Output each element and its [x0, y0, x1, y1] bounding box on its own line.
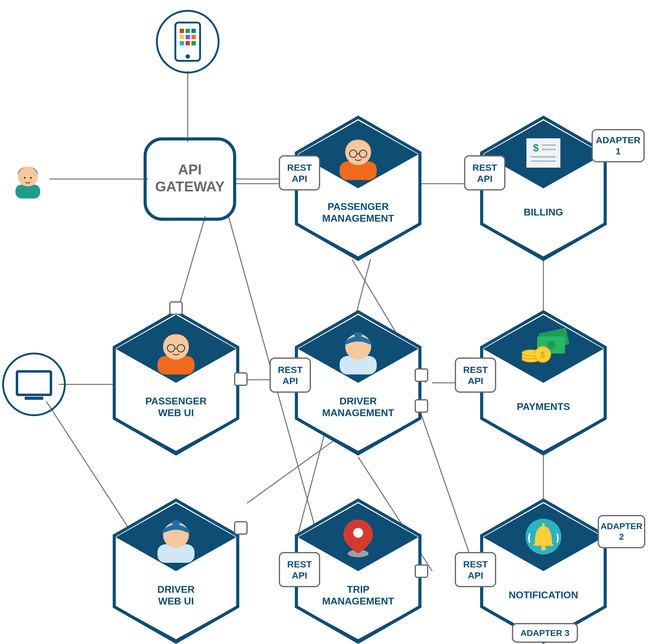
svg-text:DRIVER: DRIVER	[340, 395, 377, 406]
api-gateway-label-1: API	[178, 162, 202, 177]
svg-line-56	[179, 216, 205, 306]
rest-api-badge-notification	[456, 553, 495, 587]
monitor-icon	[17, 372, 51, 400]
rest-api-badge-payments	[456, 358, 495, 392]
api-gateway-label-2: GATEWAY	[155, 178, 225, 195]
adapter-2-badge: ADAPTER 2	[598, 516, 645, 548]
port	[415, 369, 428, 381]
port	[170, 302, 182, 314]
adapter-1-badge: ADAPTER 1	[592, 130, 644, 162]
rest-api-badge-trip	[279, 553, 319, 587]
svg-text:1: 1	[616, 146, 621, 156]
svg-text:MANAGEMENT: MANAGEMENT	[322, 596, 394, 607]
svg-text:PASSENGER: PASSENGER	[145, 395, 207, 406]
rest-api-badge-driver-mgmt	[270, 358, 310, 392]
svg-text:MANAGEMENT: MANAGEMENT	[322, 407, 394, 418]
svg-text:PASSENGER: PASSENGER	[328, 201, 389, 212]
user-icon	[15, 167, 40, 199]
svg-text:ADAPTER 3: ADAPTER 3	[521, 628, 570, 638]
client-monitor	[3, 353, 65, 415]
svg-text:ADAPTER: ADAPTER	[596, 135, 640, 145]
client-phone	[157, 11, 219, 73]
svg-text:NOTIFICATION: NOTIFICATION	[509, 589, 578, 600]
port	[415, 565, 428, 577]
rest-api-badge-billing	[465, 156, 505, 190]
svg-text:2: 2	[619, 532, 624, 542]
svg-line-62	[420, 411, 475, 571]
client-user	[15, 167, 40, 199]
bell-icon	[525, 519, 561, 554]
svg-text:DRIVER: DRIVER	[158, 584, 195, 595]
rest-api-badge-passenger-mgmt	[279, 156, 319, 190]
port	[415, 400, 428, 412]
svg-text:BILLING: BILLING	[524, 207, 563, 218]
service-notification: NOTIFICATION	[482, 500, 605, 642]
phone-icon	[175, 23, 200, 61]
port	[235, 373, 247, 385]
service-driver-web-ui: DRIVER WEB UI	[114, 500, 238, 642]
svg-text:WEB UI: WEB UI	[158, 596, 194, 607]
port	[235, 522, 247, 534]
service-passenger-web-ui: PASSENGER WEB UI	[114, 312, 238, 454]
svg-rect-86	[598, 516, 645, 548]
svg-text:WEB UI: WEB UI	[158, 407, 194, 418]
svg-text:ADAPTER: ADAPTER	[601, 521, 642, 531]
wires	[46, 71, 544, 577]
receipt-icon	[526, 138, 560, 168]
svg-rect-73	[592, 130, 644, 162]
svg-text:TRIP: TRIP	[347, 584, 370, 595]
svg-text:MANAGEMENT: MANAGEMENT	[322, 213, 394, 224]
adapter-3-badge: ADAPTER 3	[513, 624, 577, 642]
svg-text:PAYMENTS: PAYMENTS	[517, 401, 570, 412]
api-gateway-node: API GATEWAY	[145, 139, 235, 219]
service-driver-management: DRIVER MANAGEMENT	[296, 312, 420, 454]
svg-point-68	[3, 353, 65, 415]
service-payments: PAYMENTS	[482, 312, 605, 454]
